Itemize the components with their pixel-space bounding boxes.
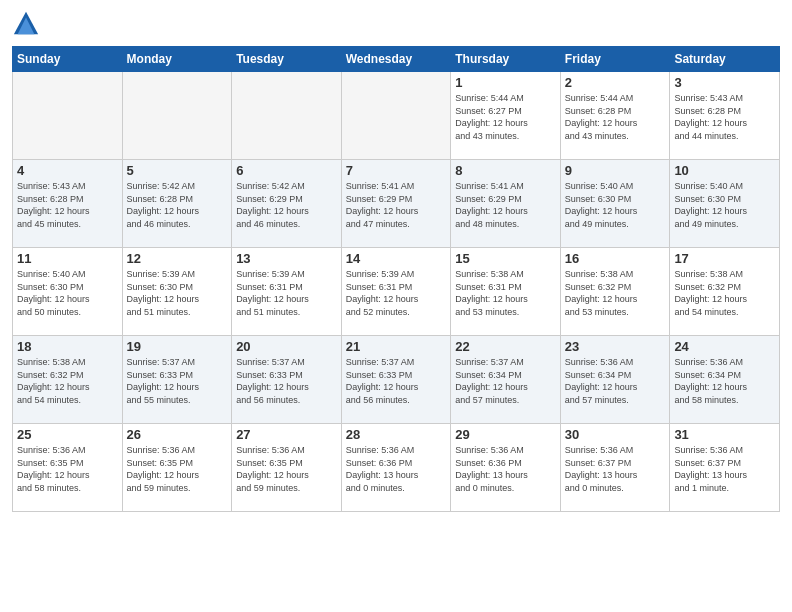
day-cell: 9Sunrise: 5:40 AM Sunset: 6:30 PM Daylig… [560,160,670,248]
day-info: Sunrise: 5:41 AM Sunset: 6:29 PM Dayligh… [346,180,447,230]
day-info: Sunrise: 5:36 AM Sunset: 6:36 PM Dayligh… [346,444,447,494]
day-cell: 7Sunrise: 5:41 AM Sunset: 6:29 PM Daylig… [341,160,451,248]
logo [12,10,42,38]
day-cell: 21Sunrise: 5:37 AM Sunset: 6:33 PM Dayli… [341,336,451,424]
day-info: Sunrise: 5:44 AM Sunset: 6:27 PM Dayligh… [455,92,556,142]
day-cell [122,72,232,160]
day-number: 9 [565,163,666,178]
day-number: 7 [346,163,447,178]
day-cell: 22Sunrise: 5:37 AM Sunset: 6:34 PM Dayli… [451,336,561,424]
logo-icon [12,10,40,38]
day-cell: 23Sunrise: 5:36 AM Sunset: 6:34 PM Dayli… [560,336,670,424]
day-info: Sunrise: 5:36 AM Sunset: 6:35 PM Dayligh… [17,444,118,494]
day-info: Sunrise: 5:39 AM Sunset: 6:30 PM Dayligh… [127,268,228,318]
day-info: Sunrise: 5:44 AM Sunset: 6:28 PM Dayligh… [565,92,666,142]
day-number: 14 [346,251,447,266]
day-cell: 1Sunrise: 5:44 AM Sunset: 6:27 PM Daylig… [451,72,561,160]
day-cell: 30Sunrise: 5:36 AM Sunset: 6:37 PM Dayli… [560,424,670,512]
day-info: Sunrise: 5:36 AM Sunset: 6:35 PM Dayligh… [127,444,228,494]
day-info: Sunrise: 5:37 AM Sunset: 6:33 PM Dayligh… [127,356,228,406]
day-info: Sunrise: 5:37 AM Sunset: 6:33 PM Dayligh… [236,356,337,406]
day-cell [13,72,123,160]
header-day-thursday: Thursday [451,47,561,72]
day-info: Sunrise: 5:36 AM Sunset: 6:35 PM Dayligh… [236,444,337,494]
day-cell: 27Sunrise: 5:36 AM Sunset: 6:35 PM Dayli… [232,424,342,512]
day-cell: 14Sunrise: 5:39 AM Sunset: 6:31 PM Dayli… [341,248,451,336]
week-row-1: 4Sunrise: 5:43 AM Sunset: 6:28 PM Daylig… [13,160,780,248]
day-info: Sunrise: 5:38 AM Sunset: 6:32 PM Dayligh… [565,268,666,318]
day-number: 23 [565,339,666,354]
day-number: 30 [565,427,666,442]
day-cell: 25Sunrise: 5:36 AM Sunset: 6:35 PM Dayli… [13,424,123,512]
day-cell: 8Sunrise: 5:41 AM Sunset: 6:29 PM Daylig… [451,160,561,248]
day-cell: 11Sunrise: 5:40 AM Sunset: 6:30 PM Dayli… [13,248,123,336]
day-info: Sunrise: 5:36 AM Sunset: 6:37 PM Dayligh… [674,444,775,494]
header-day-monday: Monday [122,47,232,72]
week-row-4: 25Sunrise: 5:36 AM Sunset: 6:35 PM Dayli… [13,424,780,512]
day-cell: 12Sunrise: 5:39 AM Sunset: 6:30 PM Dayli… [122,248,232,336]
calendar-page: SundayMondayTuesdayWednesdayThursdayFrid… [0,0,792,612]
day-info: Sunrise: 5:38 AM Sunset: 6:32 PM Dayligh… [674,268,775,318]
week-row-0: 1Sunrise: 5:44 AM Sunset: 6:27 PM Daylig… [13,72,780,160]
day-cell: 31Sunrise: 5:36 AM Sunset: 6:37 PM Dayli… [670,424,780,512]
day-info: Sunrise: 5:42 AM Sunset: 6:29 PM Dayligh… [236,180,337,230]
day-cell: 15Sunrise: 5:38 AM Sunset: 6:31 PM Dayli… [451,248,561,336]
day-number: 12 [127,251,228,266]
day-number: 6 [236,163,337,178]
header-day-saturday: Saturday [670,47,780,72]
day-cell [341,72,451,160]
day-info: Sunrise: 5:43 AM Sunset: 6:28 PM Dayligh… [674,92,775,142]
calendar-table: SundayMondayTuesdayWednesdayThursdayFrid… [12,46,780,512]
day-number: 1 [455,75,556,90]
day-number: 19 [127,339,228,354]
header [12,10,780,38]
day-cell: 24Sunrise: 5:36 AM Sunset: 6:34 PM Dayli… [670,336,780,424]
day-cell: 20Sunrise: 5:37 AM Sunset: 6:33 PM Dayli… [232,336,342,424]
calendar-header: SundayMondayTuesdayWednesdayThursdayFrid… [13,47,780,72]
day-cell: 10Sunrise: 5:40 AM Sunset: 6:30 PM Dayli… [670,160,780,248]
day-cell: 29Sunrise: 5:36 AM Sunset: 6:36 PM Dayli… [451,424,561,512]
day-info: Sunrise: 5:39 AM Sunset: 6:31 PM Dayligh… [236,268,337,318]
day-info: Sunrise: 5:41 AM Sunset: 6:29 PM Dayligh… [455,180,556,230]
day-info: Sunrise: 5:38 AM Sunset: 6:32 PM Dayligh… [17,356,118,406]
header-day-tuesday: Tuesday [232,47,342,72]
day-number: 16 [565,251,666,266]
day-number: 26 [127,427,228,442]
day-info: Sunrise: 5:38 AM Sunset: 6:31 PM Dayligh… [455,268,556,318]
day-number: 4 [17,163,118,178]
day-cell: 6Sunrise: 5:42 AM Sunset: 6:29 PM Daylig… [232,160,342,248]
day-number: 29 [455,427,556,442]
day-number: 27 [236,427,337,442]
day-number: 15 [455,251,556,266]
day-info: Sunrise: 5:36 AM Sunset: 6:34 PM Dayligh… [674,356,775,406]
day-number: 22 [455,339,556,354]
day-info: Sunrise: 5:37 AM Sunset: 6:33 PM Dayligh… [346,356,447,406]
day-cell: 13Sunrise: 5:39 AM Sunset: 6:31 PM Dayli… [232,248,342,336]
day-info: Sunrise: 5:43 AM Sunset: 6:28 PM Dayligh… [17,180,118,230]
calendar-body: 1Sunrise: 5:44 AM Sunset: 6:27 PM Daylig… [13,72,780,512]
day-number: 2 [565,75,666,90]
day-info: Sunrise: 5:36 AM Sunset: 6:37 PM Dayligh… [565,444,666,494]
day-cell: 2Sunrise: 5:44 AM Sunset: 6:28 PM Daylig… [560,72,670,160]
header-row: SundayMondayTuesdayWednesdayThursdayFrid… [13,47,780,72]
day-info: Sunrise: 5:40 AM Sunset: 6:30 PM Dayligh… [674,180,775,230]
header-day-wednesday: Wednesday [341,47,451,72]
day-number: 25 [17,427,118,442]
day-number: 24 [674,339,775,354]
day-number: 8 [455,163,556,178]
day-info: Sunrise: 5:37 AM Sunset: 6:34 PM Dayligh… [455,356,556,406]
week-row-3: 18Sunrise: 5:38 AM Sunset: 6:32 PM Dayli… [13,336,780,424]
day-cell: 26Sunrise: 5:36 AM Sunset: 6:35 PM Dayli… [122,424,232,512]
day-number: 31 [674,427,775,442]
week-row-2: 11Sunrise: 5:40 AM Sunset: 6:30 PM Dayli… [13,248,780,336]
day-number: 20 [236,339,337,354]
day-number: 28 [346,427,447,442]
day-number: 21 [346,339,447,354]
day-number: 13 [236,251,337,266]
day-number: 5 [127,163,228,178]
header-day-sunday: Sunday [13,47,123,72]
day-cell: 16Sunrise: 5:38 AM Sunset: 6:32 PM Dayli… [560,248,670,336]
day-number: 3 [674,75,775,90]
day-info: Sunrise: 5:36 AM Sunset: 6:36 PM Dayligh… [455,444,556,494]
day-info: Sunrise: 5:40 AM Sunset: 6:30 PM Dayligh… [565,180,666,230]
